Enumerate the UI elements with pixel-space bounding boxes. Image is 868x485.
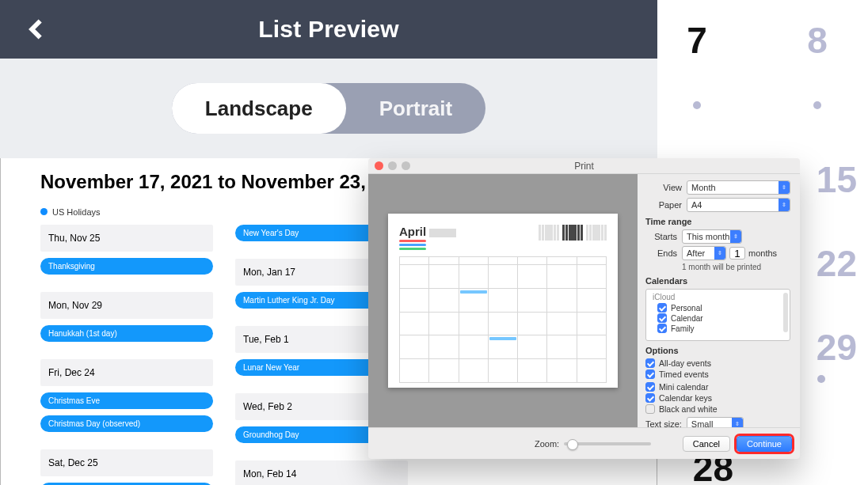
- select-arrows-icon: ⇳: [730, 230, 741, 243]
- ends-select[interactable]: After⇳: [682, 246, 726, 260]
- event-dot-icon: [817, 375, 825, 383]
- dialog-title: Print: [574, 161, 594, 172]
- minimize-window-icon: [388, 161, 397, 170]
- starts-select[interactable]: This month⇳: [682, 229, 742, 244]
- starts-label: Starts: [645, 232, 677, 241]
- select-arrows-icon: ⇳: [779, 181, 790, 194]
- calendar-checkbox[interactable]: [657, 303, 667, 313]
- date-header: Mon, Nov 29: [40, 292, 213, 319]
- calendar-checkbox[interactable]: [657, 324, 667, 333]
- select-arrows-icon: ⇳: [732, 418, 743, 427]
- bg-date: 29: [817, 329, 857, 366]
- close-window-icon[interactable]: [375, 161, 383, 170]
- months-stepper[interactable]: [729, 247, 745, 260]
- bg-date: 8: [807, 22, 828, 59]
- print-controls: View Month⇳ Paper A4⇳ Time range Starts …: [638, 174, 800, 427]
- event-dot-icon: [693, 101, 701, 109]
- mini-calendar-icon: [562, 225, 583, 241]
- calendar-item[interactable]: Personal: [657, 303, 785, 313]
- months-unit: months: [748, 248, 777, 258]
- timed-checkbox[interactable]: [645, 369, 655, 379]
- event-pill: Christmas Day (observed): [40, 415, 213, 432]
- window-controls: [375, 161, 410, 170]
- event-pill: Hanukkah (1st day): [40, 325, 213, 342]
- bg-date: 22: [817, 245, 857, 282]
- select-arrows-icon: ⇳: [779, 199, 790, 211]
- page-preview: April: [388, 214, 618, 388]
- calendar-key-icon: [399, 244, 426, 246]
- event-pill: Thanksgiving: [40, 258, 213, 275]
- date-header: Sat, Dec 25: [40, 449, 213, 476]
- seg-portrait[interactable]: Portrait: [346, 83, 485, 134]
- zoom-slider[interactable]: [564, 442, 651, 445]
- month-grid: [399, 256, 607, 383]
- calkeys-checkbox[interactable]: [645, 393, 655, 403]
- page-title: List Preview: [258, 16, 398, 43]
- event-column: Thu, Nov 25ThanksgivingMon, Nov 29Hanukk…: [40, 225, 213, 486]
- back-button[interactable]: [25, 18, 48, 40]
- opt-label: Black and white: [659, 404, 718, 414]
- event-pill: Christmas Eve: [40, 392, 213, 409]
- event-dot-icon: [813, 101, 821, 109]
- calendar-item[interactable]: Family: [657, 324, 785, 333]
- paper-label: Paper: [645, 200, 682, 210]
- ends-label: Ends: [645, 248, 677, 258]
- bw-checkbox[interactable]: [645, 404, 655, 414]
- preview-month: April: [399, 225, 456, 238]
- textsize-label: Text size:: [645, 419, 682, 427]
- mini-calendars: [539, 225, 607, 250]
- calendar-name: Calendar: [671, 314, 703, 323]
- bg-date: 7: [687, 22, 707, 59]
- orientation-segmented-control: Landscape Portrait: [0, 59, 657, 158]
- calendar-group: iCloud: [653, 293, 785, 301]
- date-header: Thu, Nov 25: [40, 225, 213, 252]
- date-header: Fri, Dec 24: [40, 359, 213, 386]
- continue-button[interactable]: Continue: [737, 436, 792, 452]
- zoom-label: Zoom:: [535, 439, 559, 449]
- view-select[interactable]: Month⇳: [687, 180, 790, 195]
- opt-label: Calendar keys: [659, 393, 712, 403]
- section-options: Options: [645, 346, 790, 355]
- opt-label: Mini calendar: [659, 382, 708, 392]
- chevron-left-icon: [25, 18, 48, 40]
- segmented-control: Landscape Portrait: [172, 83, 485, 134]
- calendar-name: Personal: [671, 304, 702, 313]
- calendar-name: Family: [671, 324, 694, 333]
- calendar-checkbox[interactable]: [657, 313, 667, 323]
- calendar-list[interactable]: iCloud PersonalCalendarFamily: [645, 289, 790, 341]
- section-time-range: Time range: [645, 217, 790, 226]
- calendar-item[interactable]: Calendar: [657, 313, 785, 323]
- section-calendars: Calendars: [645, 276, 790, 286]
- date-header: Mon, Feb 14: [235, 460, 408, 486]
- calendar-key-icon: [399, 248, 426, 250]
- paper-select[interactable]: A4⇳: [687, 198, 790, 212]
- event-pill: Christmas Day: [40, 483, 213, 486]
- opt-label: All-day events: [659, 358, 711, 368]
- opt-label: Timed events: [659, 369, 709, 379]
- textsize-select[interactable]: Small⇳: [687, 417, 744, 427]
- cancel-button[interactable]: Cancel: [683, 436, 730, 452]
- dialog-titlebar: Print: [368, 158, 800, 174]
- print-preview-pane: April: [368, 174, 638, 427]
- select-arrows-icon: ⇳: [714, 247, 725, 260]
- print-dialog: Print April: [368, 158, 800, 459]
- dialog-footer: Zoom: Cancel Continue: [368, 427, 800, 459]
- minical-checkbox[interactable]: [645, 382, 655, 392]
- range-hint: 1 month will be printed: [682, 263, 790, 271]
- mini-calendar-icon: [539, 225, 559, 241]
- calendar-tag: US Holidays: [40, 207, 101, 217]
- maximize-window-icon: [402, 161, 410, 170]
- allday-checkbox[interactable]: [645, 358, 655, 368]
- mini-calendar-icon: [586, 225, 607, 241]
- ios-header: List Preview: [0, 0, 657, 59]
- seg-landscape[interactable]: Landscape: [172, 83, 346, 134]
- bg-date: 15: [817, 161, 857, 198]
- calendar-key-icon: [399, 240, 426, 242]
- view-label: View: [645, 183, 682, 192]
